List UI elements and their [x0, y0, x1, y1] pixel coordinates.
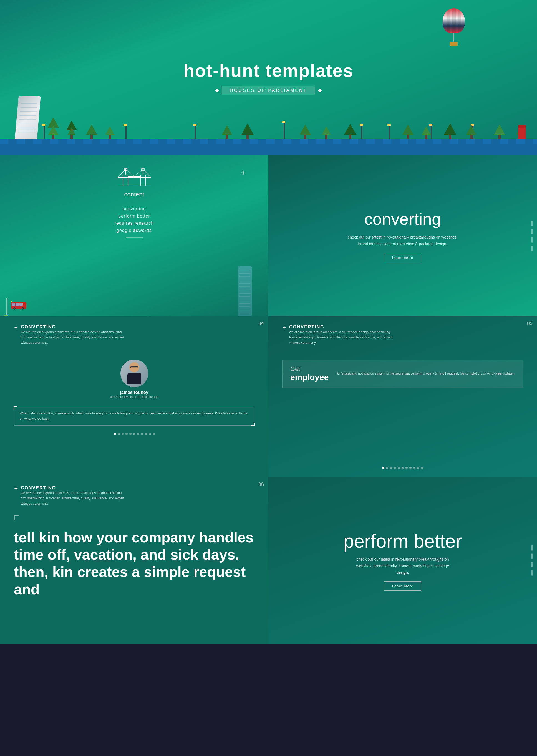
get-text: Get	[290, 365, 329, 373]
avatar-body	[127, 373, 141, 384]
tree-8	[322, 126, 331, 140]
balloon-decoration	[443, 8, 465, 46]
dot-5	[129, 433, 132, 435]
avatar-head	[129, 362, 139, 372]
slide-06-title: CONVERTING	[21, 486, 126, 491]
dot-pagination-05	[282, 467, 523, 469]
menu-item-3: requires research	[115, 221, 154, 226]
tree-12	[444, 123, 456, 140]
dot-05-4	[394, 467, 396, 469]
employee-box: Get employee kin's task and notification…	[282, 360, 523, 388]
svg-rect-17	[20, 303, 23, 306]
employee-desc: kin's task and notification system is th…	[337, 371, 515, 376]
big-quote-text: tell kin how your company handles time o…	[14, 529, 255, 598]
lamp-left-decoration	[6, 298, 8, 316]
slide-04: 04 ✦ CONVERTING we are the diehl group a…	[0, 316, 268, 477]
menu-items: converting perform better requires resea…	[17, 206, 252, 238]
perform-title: perform better	[343, 530, 462, 552]
quote-corner-br	[251, 422, 255, 426]
tower-bridge-icon	[118, 167, 151, 189]
avatar-name: james touhey	[120, 390, 148, 395]
menu-item-1: converting	[123, 206, 146, 212]
dot-3	[122, 433, 124, 435]
svg-point-19	[14, 308, 15, 309]
quote-corner-tl	[14, 407, 17, 410]
dot-05-9	[413, 467, 415, 469]
menu-item-2: perform better	[118, 214, 150, 219]
skyscraper-decoration	[238, 266, 252, 316]
svg-line-7	[118, 169, 126, 178]
converting-desc: check out our latest in revolutionary br…	[345, 234, 461, 248]
slide-05-desc: we are the diehl group architects, a ful…	[289, 330, 394, 346]
svg-line-8	[143, 169, 151, 178]
menu-divider	[126, 237, 143, 238]
converting-title: converting	[364, 210, 441, 229]
dot-05-5	[398, 467, 400, 469]
london-bus-icon	[11, 300, 28, 311]
tree-2	[66, 121, 77, 140]
svg-rect-2	[141, 175, 145, 186]
slide-05-title: CONVERTING	[289, 325, 394, 330]
lamp-post-4	[283, 121, 285, 140]
svg-rect-1	[123, 175, 128, 186]
diamond-left	[215, 89, 219, 92]
slide-06-desc: we are the diehl group architects, a ful…	[21, 491, 126, 506]
svg-line-9	[126, 169, 134, 176]
row-3: 04 ✦ CONVERTING we are the diehl group a…	[0, 316, 537, 477]
dot-pagination-04	[14, 433, 255, 435]
slide-number-06: 06	[258, 482, 264, 488]
dot-05-6	[401, 467, 404, 469]
diamond-right	[318, 89, 322, 92]
avatar-role: ceo & creative director, hello design	[110, 395, 158, 398]
svg-line-10	[134, 169, 143, 176]
lamp-post-2	[125, 124, 127, 140]
tree-5	[222, 125, 232, 140]
slide-06-header: ✦ CONVERTING we are the diehl group arch…	[14, 486, 255, 512]
balloon-body	[443, 8, 465, 33]
tree-7	[300, 125, 311, 140]
side-dots-2	[531, 545, 533, 576]
slide-number-04: 04	[258, 321, 264, 327]
dot-05-11	[421, 467, 423, 469]
cityscape	[0, 105, 537, 155]
hero-subtitle-bar: HOUSES OF PARLIAMENT	[216, 86, 322, 95]
dot-05-7	[405, 467, 408, 469]
tree-1	[47, 117, 60, 140]
tree-13	[466, 125, 476, 140]
dot-05-1	[382, 467, 384, 469]
content-label: content	[124, 191, 144, 198]
employee-text: employee	[290, 373, 329, 382]
dot-05-8	[409, 467, 412, 469]
tree-4	[105, 126, 114, 140]
dot-05-2	[386, 467, 388, 469]
slide-05-header: ✦ CONVERTING we are the diehl group arch…	[282, 325, 523, 351]
quote-text: When I discovered Kin, it was exactly wh…	[20, 412, 247, 420]
hero-title: hot-hunt templates	[184, 60, 353, 81]
airplane-icon: ✈	[241, 169, 246, 177]
tree-6	[241, 123, 254, 140]
tree-3	[86, 125, 97, 140]
dot-1	[114, 433, 116, 435]
slide-hero: hot-hunt templates HOUSES OF PARLIAMENT	[0, 0, 537, 155]
phone-booth	[518, 125, 526, 140]
star-icon-06: ✦	[14, 486, 18, 492]
quote-box: When I discovered Kin, it was exactly wh…	[14, 407, 255, 425]
star-icon-04: ✦	[14, 325, 18, 331]
dot-2	[118, 433, 120, 435]
dot-8	[141, 433, 143, 435]
learn-more-button-1[interactable]: Learn more	[384, 253, 421, 262]
slide-06: 06 ✦ CONVERTING we are the diehl group a…	[0, 477, 268, 644]
lamp-post-3	[194, 124, 196, 140]
row-4: 06 ✦ CONVERTING we are the diehl group a…	[0, 477, 537, 644]
slide-05: 05 ✦ CONVERTING we are the diehl group a…	[268, 316, 537, 477]
learn-more-button-2[interactable]: Learn more	[384, 581, 421, 591]
avatar-glasses	[130, 366, 138, 369]
slide-06-right: perform better check out our latest in r…	[268, 477, 537, 644]
slide-04-header: ✦ CONVERTING we are the diehl group arch…	[14, 325, 255, 351]
lamp-post-5	[361, 124, 363, 140]
menu-item-4: google adwords	[116, 228, 152, 233]
lamp-post-1	[43, 124, 45, 140]
avatar-person	[126, 362, 143, 384]
slide-content: ✈ content converting perform better	[0, 155, 268, 316]
avatar-circle	[120, 360, 148, 387]
